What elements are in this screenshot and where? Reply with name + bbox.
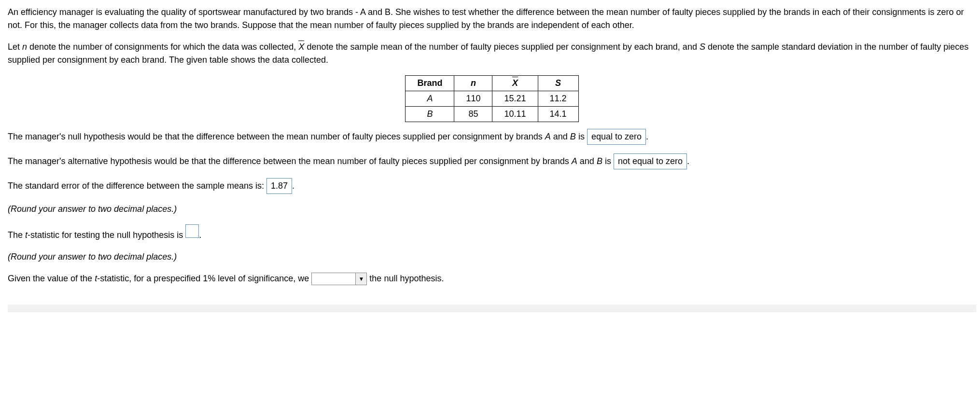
text: The manager's alternative hypothesis wou…	[8, 156, 572, 166]
text: The	[8, 230, 25, 240]
t-statistic-line: The t-statistic for testing the null hyp…	[8, 224, 976, 242]
null-hypothesis-answer[interactable]: equal to zero	[587, 129, 646, 145]
conclusion-line: Given the value of the t-statistic, for …	[8, 272, 976, 285]
table-row: B 85 10.11 14.1	[406, 107, 578, 122]
standard-error-line: The standard error of the difference bet…	[8, 178, 976, 194]
brand-a: A	[572, 156, 577, 166]
alt-hypothesis-line: The manager's alternative hypothesis wou…	[8, 153, 976, 169]
brand-b: B	[570, 132, 576, 141]
var-xbar: X	[298, 41, 304, 54]
standard-error-answer[interactable]: 1.87	[266, 178, 292, 194]
text: .	[646, 132, 648, 141]
var-s: S	[700, 42, 705, 52]
text: denote the number of consignments for wh…	[27, 42, 298, 52]
text: Given the value of the	[8, 274, 95, 283]
data-table: Brand n X S A 110 15.21 11.2 B 85 10.11 …	[405, 75, 578, 122]
cell-brand: B	[427, 109, 433, 119]
table-header-row: Brand n X S	[406, 76, 578, 91]
cell-s: 14.1	[538, 107, 578, 122]
text: the null hypothesis.	[369, 274, 444, 283]
brand-b: B	[597, 156, 602, 166]
text: denote the sample mean of the number of …	[304, 42, 700, 52]
text: The manager's null hypothesis would be t…	[8, 132, 545, 141]
col-n: n	[454, 76, 492, 91]
text: and	[551, 132, 570, 141]
cell-n: 85	[454, 107, 492, 122]
cell-x: 15.21	[492, 91, 538, 107]
cell-s: 11.2	[538, 91, 578, 107]
text: .	[292, 181, 294, 191]
chevron-down-icon: ▼	[355, 273, 366, 285]
brand-a: A	[545, 132, 551, 141]
cell-x: 10.11	[492, 107, 538, 122]
text: and	[577, 156, 597, 166]
conclusion-dropdown[interactable]: ▼	[311, 273, 367, 285]
col-brand: Brand	[406, 76, 454, 91]
dropdown-value	[312, 273, 355, 285]
intro-paragraph-2: Let n denote the number of consignments …	[8, 41, 976, 67]
footer-bar	[8, 304, 976, 312]
text: .	[687, 156, 689, 166]
text: -statistic for testing the null hypothes…	[28, 230, 185, 240]
col-xbar: X	[492, 76, 538, 91]
null-hypothesis-line: The manager's null hypothesis would be t…	[8, 129, 976, 145]
alt-hypothesis-answer[interactable]: not equal to zero	[614, 153, 687, 169]
col-s: S	[538, 76, 578, 91]
cell-brand: A	[427, 94, 433, 103]
table-row: A 110 15.21 11.2	[406, 91, 578, 107]
round-note: (Round your answer to two decimal places…	[8, 203, 976, 216]
text: .	[199, 230, 201, 240]
intro-paragraph-1: An efficiency manager is evaluating the …	[8, 6, 976, 32]
var-n: n	[22, 42, 27, 52]
text: is	[602, 156, 614, 166]
text: The standard error of the difference bet…	[8, 181, 266, 191]
t-statistic-answer[interactable]	[185, 224, 199, 238]
text: is	[576, 132, 587, 141]
text: Let	[8, 42, 22, 52]
cell-n: 110	[454, 91, 492, 107]
round-note: (Round your answer to two decimal places…	[8, 250, 976, 263]
text: -statistic, for a prespecified 1% level …	[97, 274, 311, 283]
